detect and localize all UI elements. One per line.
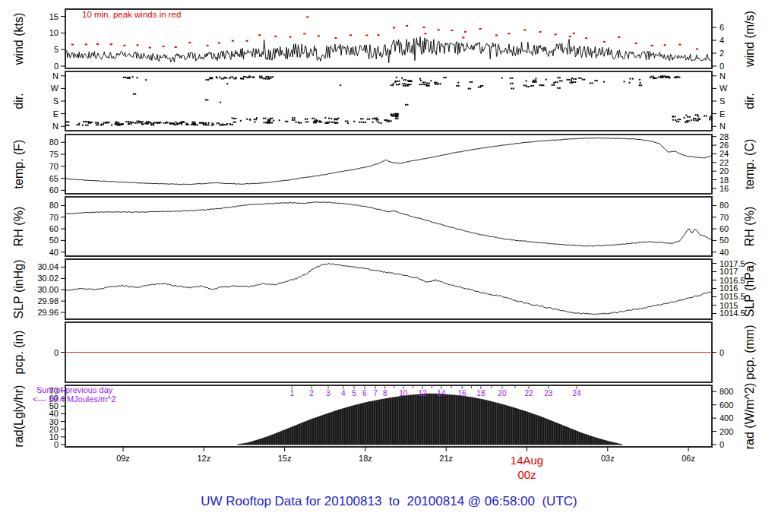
- rad-left-axis-label: rad(Lgly/hr): [12, 385, 25, 448]
- rad-hour-mark-label: 3: [326, 389, 330, 397]
- dir-left-tick-label: S: [53, 97, 59, 106]
- x-tick-label: 18z: [359, 454, 372, 463]
- temp-left-tick-label: 70: [49, 162, 59, 171]
- dir-right-tick-label: E: [719, 109, 725, 119]
- date-tick-line1: 14Aug: [511, 454, 543, 467]
- rh-right-axis-label: RH (%): [743, 207, 756, 246]
- x-tick-label: 21z: [439, 454, 453, 463]
- temp-right-tick-label: 18: [719, 176, 729, 185]
- rad-sum-annotation-line2: <--- 19.4 MJoules/m^2: [33, 394, 115, 404]
- slp-right-tick-label: 1017: [719, 267, 738, 276]
- dir-left-tick-label: N: [52, 122, 59, 131]
- rad-hour-mark-label: 20: [498, 389, 507, 397]
- wind-peak-annotation: 10 min. peak winds in red: [82, 10, 181, 19]
- rh-left-tick-label: 40: [49, 248, 59, 257]
- slp-left-tick-label: 30.02: [37, 274, 59, 283]
- rad-hour-mark-label: 18: [476, 389, 485, 397]
- rad-hour-mark-label: 24: [572, 389, 581, 397]
- slp-left-tick-label: 30.04: [37, 262, 59, 271]
- slp-left-tick-label: 29.96: [37, 308, 59, 317]
- temp-right-tick-label: 22: [719, 158, 729, 167]
- temp-right-tick-label: 16: [719, 184, 729, 193]
- rad-right-tick-label: 200: [719, 427, 733, 436]
- rh-right-tick-label: 50: [719, 236, 729, 245]
- rh-left-tick-label: 70: [49, 213, 59, 222]
- dir-left-tick-label: W: [51, 84, 59, 93]
- rad-right-axis-label: rad (W/m^2): [743, 383, 756, 450]
- wind-left-tick-label: 15: [49, 12, 59, 21]
- rad-hour-mark-label: 7: [373, 389, 378, 397]
- panel-rad: 0102030405060700200400600800rad(Lgly/hr)…: [12, 383, 756, 450]
- rad-right-tick-label: 600: [719, 401, 733, 410]
- temp-right-tick-label: 28: [719, 132, 729, 141]
- pcp-right-axis-label: pcp. (mm): [743, 325, 756, 380]
- temp-right-tick-label: 26: [719, 141, 729, 150]
- date-tick-line2: 00z: [517, 468, 536, 481]
- slp-right-tick-label: 1017.5: [719, 259, 745, 268]
- slp-right-axis-label: SLP (hPa): [743, 261, 756, 318]
- weather-multi-panel-chart: 0510150246wind (kts)wind (m/s)10 min. pe…: [0, 0, 778, 492]
- dir-left-tick-label: N: [52, 71, 59, 81]
- dir-right-tick-label: N: [719, 122, 726, 131]
- rh-left-tick-label: 80: [49, 201, 59, 210]
- rad-hour-mark-label: 6: [362, 389, 367, 397]
- rh-right-tick-label: 60: [719, 224, 729, 233]
- rad-hour-mark-label: 2: [309, 389, 314, 397]
- wind-right-tick-label: 4: [719, 36, 724, 45]
- radiation-curve: [238, 394, 623, 445]
- rad-hour-mark-label: 4: [341, 389, 346, 397]
- rh-right-tick-label: 70: [719, 213, 729, 222]
- rad-right-tick-label: 800: [719, 387, 733, 396]
- rh-right-tick-label: 40: [719, 248, 729, 257]
- panel-slp: 29.9629.9830.0030.0230.041014.510151015.…: [12, 259, 756, 319]
- dir-right-tick-label: S: [719, 97, 725, 106]
- slp-right-tick-label: 1015.5: [719, 292, 745, 301]
- wind-left-tick-label: 10: [49, 28, 59, 37]
- wind-left-tick-label: 5: [54, 45, 59, 54]
- rad-hour-mark-label: 10: [399, 389, 408, 397]
- x-axis: 09z12z15z18z21z03z06z14Aug00z: [116, 447, 695, 481]
- temp-left-tick-label: 80: [49, 138, 59, 147]
- slp-left-tick-label: 30.00: [37, 285, 59, 294]
- rad-hour-mark-label: 12: [418, 389, 427, 397]
- rad-hour-mark-label: 22: [524, 389, 533, 397]
- dir-left-tick-label: E: [53, 109, 59, 119]
- rh-left-tick-label: 50: [49, 236, 59, 245]
- wind-trace: [66, 36, 711, 62]
- rad-hour-mark-label: 23: [544, 389, 553, 397]
- pcp-left-tick-label: 0: [54, 348, 59, 357]
- rh-left-tick-label: 60: [49, 224, 59, 233]
- rad-hour-mark-label: 14: [437, 389, 446, 397]
- dir-right-axis-label: dir.: [743, 93, 756, 109]
- rad-hour-mark-label: 1: [289, 389, 294, 397]
- slp-frame: [65, 259, 712, 319]
- wind-right-axis-label: wind (m/s): [743, 11, 756, 68]
- rad-hour-mark-label: 16: [458, 389, 467, 397]
- rad-hour-mark-label: 8: [383, 389, 387, 397]
- slp-trace: [66, 264, 712, 315]
- panel-temp: 606570758016182022242628temp. (F)temp. (…: [12, 132, 756, 195]
- slp-left-axis-label: SLP (inHg): [12, 260, 25, 319]
- rad-hour-mark-label: 5: [352, 389, 356, 397]
- panel-rh: 40506070804050607080RH (%)RH (%): [12, 197, 756, 257]
- slp-right-tick-label: 1016.5: [719, 276, 745, 285]
- temp-right-tick-label: 20: [719, 166, 729, 176]
- rad-right-tick-label: 400: [719, 413, 733, 423]
- slp-right-tick-label: 1014.5: [719, 309, 745, 318]
- rad-right-tick-label: 0: [719, 440, 724, 449]
- slp-right-tick-label: 1015: [719, 301, 738, 310]
- x-tick-label: 15z: [278, 454, 292, 463]
- wind-left-tick-label: 0: [54, 62, 59, 71]
- x-tick-label: 12z: [197, 454, 210, 463]
- temp-left-tick-label: 75: [49, 150, 59, 159]
- wind-right-tick-label: 6: [719, 23, 724, 32]
- rh-left-axis-label: RH (%): [12, 207, 25, 246]
- temp-trace: [66, 138, 712, 184]
- temp-right-axis-label: temp. (C): [743, 139, 756, 190]
- temp-right-tick-label: 24: [719, 149, 729, 158]
- x-tick-label: 09z: [116, 454, 130, 463]
- panel-dir: NWSENNWSENdir.dir.: [12, 71, 756, 131]
- wind-right-tick-label: 2: [719, 49, 724, 58]
- wind-right-tick-label: 0: [719, 62, 724, 71]
- temp-left-axis-label: temp. (F): [12, 140, 25, 189]
